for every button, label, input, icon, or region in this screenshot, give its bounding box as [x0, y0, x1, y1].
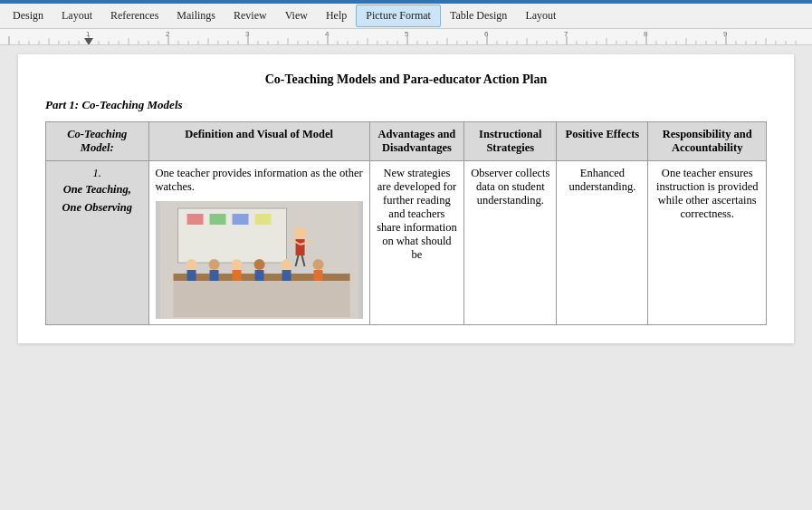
menu-review[interactable]: Review	[224, 5, 276, 26]
model-name: One Teaching, One Observing	[62, 183, 132, 214]
svg-rect-5	[254, 214, 271, 225]
svg-rect-16	[209, 270, 218, 281]
menu-table-design[interactable]: Table Design	[441, 5, 516, 26]
table-row: 1. One Teaching, One Observing One teach…	[46, 161, 767, 325]
svg-rect-4	[232, 214, 248, 225]
cell-responsibility: One teacher ensures instruction is provi…	[648, 161, 767, 325]
header-definition: Definition and Visual of Model	[148, 122, 369, 161]
menu-references[interactable]: References	[101, 5, 167, 26]
svg-rect-2	[186, 214, 203, 225]
header-responsibility: Responsibility and Accountability	[648, 122, 767, 161]
svg-point-17	[231, 259, 242, 270]
svg-rect-20	[254, 270, 263, 281]
svg-rect-3	[209, 214, 225, 225]
document-page: Co-Teaching Models and Para-educator Act…	[18, 54, 794, 343]
cell-model: 1. One Teaching, One Observing	[46, 161, 149, 325]
header-instructional: Instructional Strategies	[464, 122, 557, 161]
svg-rect-14	[186, 270, 196, 281]
svg-rect-24	[313, 270, 322, 281]
menu-layout2[interactable]: Layout	[516, 5, 565, 26]
svg-rect-22	[282, 270, 291, 281]
document-title: Co-Teaching Models and Para-educator Act…	[45, 72, 767, 87]
svg-point-13	[186, 259, 196, 270]
definition-text: One teacher provides information as the …	[156, 167, 363, 193]
header-positive: Positive Effects	[557, 122, 648, 161]
svg-rect-18	[232, 270, 241, 281]
svg-point-15	[208, 259, 219, 270]
part-heading: Part 1: Co-Teaching Models	[45, 98, 767, 112]
svg-rect-25	[173, 281, 349, 317]
cell-definition: One teacher provides information as the …	[148, 161, 369, 325]
header-advantages: Advantages and Disadvantages	[369, 122, 464, 161]
svg-point-19	[253, 259, 264, 270]
cell-instructional: Observer collects data on student unders…	[464, 161, 557, 325]
classroom-image	[156, 201, 363, 319]
svg-point-21	[281, 259, 291, 270]
menu-view[interactable]: View	[276, 5, 317, 26]
menu-bar: Design Layout References Mailings Review…	[0, 4, 812, 29]
menu-help[interactable]: Help	[317, 5, 356, 26]
row-number: 1.	[93, 167, 101, 179]
svg-point-6	[293, 226, 306, 239]
header-model: Co-Teaching Model:	[46, 122, 149, 161]
menu-mailings[interactable]: Mailings	[167, 5, 224, 26]
svg-rect-7	[295, 239, 304, 255]
menu-picture-format[interactable]: Picture Format	[356, 5, 441, 27]
ruler	[0, 29, 812, 45]
svg-point-23	[312, 259, 323, 270]
menu-design[interactable]: Design	[4, 5, 53, 26]
document-area: Co-Teaching Models and Para-educator Act…	[0, 45, 812, 510]
menu-layout[interactable]: Layout	[53, 5, 101, 26]
cell-advantages: New strategies are developed for further…	[369, 161, 464, 325]
co-teaching-table: Co-Teaching Model: Definition and Visual…	[45, 121, 767, 325]
cell-positive: Enhanced understanding.	[557, 161, 648, 325]
